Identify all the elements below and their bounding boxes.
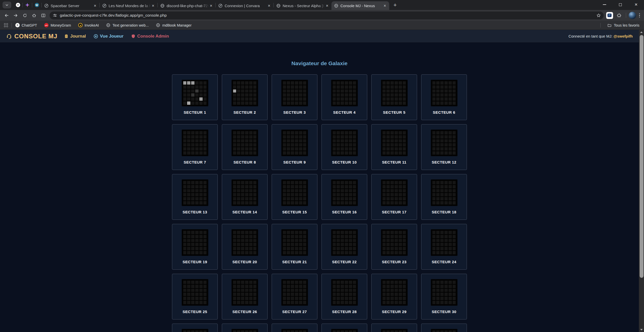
new-tab-button[interactable]: + — [391, 1, 399, 9]
sector-card[interactable]: SECTEUR 22 — [321, 224, 367, 270]
sector-card[interactable]: SECTEUR 13 — [172, 174, 218, 220]
bookmark-text-generation[interactable]: Text generation web... — [106, 23, 149, 27]
sector-card[interactable]: SECTEUR 2 — [222, 74, 268, 120]
bookmark-star-icon[interactable] — [596, 13, 601, 18]
sector-cell — [295, 131, 298, 134]
nav-console-admin[interactable]: Console Admin — [131, 34, 169, 39]
tab-close-icon[interactable]: ✕ — [267, 3, 271, 8]
sector-card[interactable]: SECTEUR 29 — [371, 274, 417, 319]
sector-card[interactable]: SECTEUR 27 — [272, 274, 317, 319]
nav-vue-joueur[interactable]: Vue Joueur — [94, 34, 123, 39]
bookmark-moneygram[interactable]: MoneyGram — [44, 23, 71, 27]
tab-connexion-corvara[interactable]: Connexion | Corvara ✕ — [216, 1, 273, 10]
sector-card[interactable]: SECTEUR 16 — [321, 174, 367, 220]
sector-cell — [353, 197, 356, 200]
all-bookmarks-button[interactable]: Tous les favoris — [607, 23, 639, 28]
app-header: CONSOLE MJ Journal Vue Joueur Console Ad… — [0, 30, 639, 43]
page-scrollbar[interactable] — [639, 30, 644, 332]
tab-console-mj-active[interactable]: Console MJ - Nexus ✕ — [331, 1, 389, 10]
sector-cell — [253, 135, 257, 139]
pinned-tab-chatgpt[interactable] — [13, 1, 22, 9]
sector-cell — [353, 189, 356, 192]
back-button[interactable] — [2, 11, 11, 20]
sector-card[interactable]: SECTEUR 35 — [371, 324, 417, 332]
sector-card[interactable]: SECTEUR 23 — [371, 224, 417, 270]
apps-grid-icon[interactable] — [4, 23, 8, 27]
sector-card[interactable]: SECTEUR 32 — [222, 324, 268, 332]
sector-card[interactable]: SECTEUR 6 — [421, 74, 467, 120]
site-settings-icon[interactable] — [53, 13, 57, 18]
sector-card[interactable]: SECTEUR 3 — [272, 74, 317, 120]
sector-cell — [287, 185, 290, 188]
sector-cell — [199, 139, 203, 143]
pinned-tab-gemini[interactable] — [23, 1, 32, 9]
tab-close-icon[interactable]: ✕ — [93, 3, 97, 8]
scrollbar-down-button[interactable] — [639, 327, 644, 332]
sector-card[interactable]: SECTEUR 8 — [222, 124, 268, 170]
sector-card[interactable]: SECTEUR 18 — [421, 174, 467, 220]
bookmark-mdbook-manager[interactable]: mdBook Manager — [156, 23, 191, 27]
sector-card[interactable]: SECTEUR 14 — [222, 174, 268, 220]
sector-cell — [199, 135, 203, 139]
home-button[interactable] — [30, 11, 38, 20]
extensions-menu-button[interactable] — [615, 11, 623, 20]
tab-close-icon[interactable]: ✕ — [209, 3, 213, 8]
forward-button[interactable] — [11, 11, 20, 20]
tab-nexus-secteur-alpha[interactable]: Nexus - Secteur Alpha [G1] ✕ — [274, 1, 331, 10]
scrollbar-thumb[interactable] — [640, 35, 643, 278]
window-close-button[interactable]: ✕ — [628, 0, 644, 9]
sector-cell — [295, 97, 298, 101]
sector-cell — [203, 297, 207, 300]
nav-journal[interactable]: Journal — [64, 34, 86, 39]
sector-card[interactable]: SECTEUR 19 — [172, 224, 218, 270]
bookmark-chatgpt[interactable]: ChatGPT — [15, 23, 37, 27]
pinned-tab-wordpress[interactable]: W — [32, 1, 41, 9]
sector-card[interactable]: SECTEUR 7 — [172, 124, 218, 170]
sector-card[interactable]: SECTEUR 34 — [321, 324, 367, 332]
sector-minimap — [182, 229, 208, 256]
tab-neuf-mondes[interactable]: Les Neuf Mondes de la Mytholo ✕ — [100, 1, 157, 10]
sector-card[interactable]: SECTEUR 24 — [421, 224, 467, 270]
reload-button[interactable] — [20, 11, 29, 20]
sector-card[interactable]: SECTEUR 25 — [172, 274, 218, 319]
tab-close-icon[interactable]: ✕ — [383, 3, 387, 8]
sector-card[interactable]: SECTEUR 28 — [321, 274, 367, 319]
profile-avatar[interactable] — [629, 12, 636, 19]
sector-cell — [390, 293, 394, 296]
sector-card[interactable]: SECTEUR 11 — [371, 124, 417, 170]
sector-card[interactable]: SECTEUR 31 — [172, 324, 218, 332]
sector-cell — [287, 151, 290, 155]
extension-button[interactable] — [606, 12, 613, 19]
sector-card[interactable]: SECTEUR 26 — [222, 274, 268, 319]
side-panel-button[interactable] — [39, 11, 48, 20]
tab-discord-chat[interactable]: discord-like-php-chat-7262.dev ✕ — [158, 1, 215, 10]
tab-search-button[interactable] — [3, 2, 11, 8]
scrollbar-up-button[interactable] — [639, 30, 644, 35]
url-text[interactable]: galactic-pve-conquest-c7fe.dev.flatlogic… — [60, 13, 596, 18]
tab-spacebar-server[interactable]: Spacebar Server ✕ — [42, 1, 99, 10]
sector-card[interactable]: SECTEUR 17 — [371, 174, 417, 220]
sector-card[interactable]: SECTEUR 30 — [421, 274, 467, 319]
sector-card[interactable]: SECTEUR 12 — [421, 124, 467, 170]
sector-card[interactable]: SECTEUR 33 — [272, 324, 317, 332]
sector-card[interactable]: SECTEUR 1 — [172, 74, 218, 120]
sector-card[interactable]: SECTEUR 36 — [421, 324, 467, 332]
window-minimize-button[interactable] — [596, 0, 612, 9]
window-maximize-button[interactable] — [612, 0, 628, 9]
bookmark-invokeai[interactable]: InvokeAI — [78, 23, 99, 27]
sector-card[interactable]: SECTEUR 10 — [321, 124, 367, 170]
sector-cell — [299, 93, 302, 97]
sector-card[interactable]: SECTEUR 20 — [222, 224, 268, 270]
sector-card[interactable]: SECTEUR 21 — [272, 224, 317, 270]
tab-close-icon[interactable]: ✕ — [325, 3, 329, 8]
address-bar[interactable]: galactic-pve-conquest-c7fe.dev.flatlogic… — [50, 12, 604, 19]
sector-card[interactable]: SECTEUR 5 — [371, 74, 417, 120]
sector-card[interactable]: SECTEUR 4 — [321, 74, 367, 120]
sector-cell — [253, 89, 257, 93]
browser-menu-button[interactable] — [638, 12, 642, 19]
tab-close-icon[interactable]: ✕ — [151, 3, 155, 8]
sector-cell — [403, 193, 406, 196]
sector-cell — [353, 239, 356, 242]
sector-card[interactable]: SECTEUR 9 — [272, 124, 317, 170]
sector-card[interactable]: SECTEUR 15 — [272, 174, 317, 220]
